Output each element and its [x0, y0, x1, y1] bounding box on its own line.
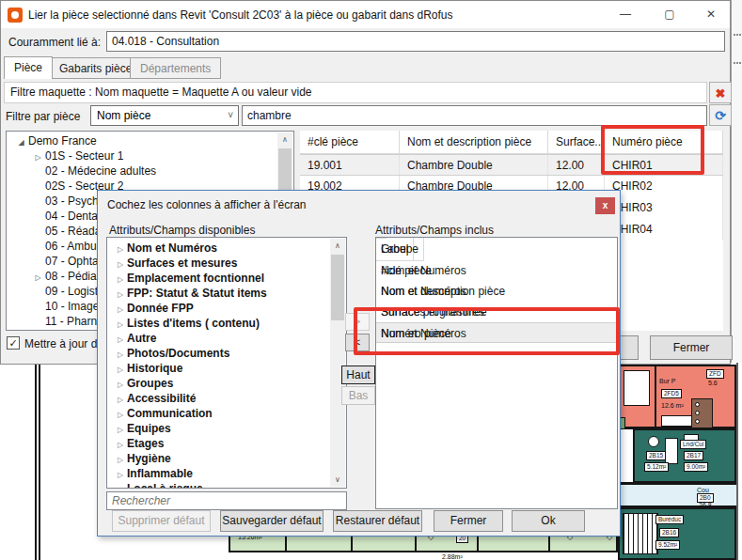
fermer-dialog-button[interactable]: Fermer — [434, 510, 503, 532]
clear-filter-button[interactable]: ✖ — [709, 82, 732, 103]
columns-chooser-dialog: Cochez les colonnes à afficher à l'écran… — [97, 190, 621, 537]
update-checkbox[interactable]: ✓ — [7, 336, 20, 350]
dropdown-value: Nom pièce — [97, 109, 150, 122]
included-fields-table: Label Groupe #clé pièce Nom et Numéros N… — [375, 237, 618, 509]
floorplan-salmon-rooms: Bur P 2FD5 12.6 m² ZFD 5.6 — [618, 365, 736, 428]
room-tag: 2FD5 — [661, 389, 682, 398]
floorplan-teal-rooms-upper: Lnd/Cui 2B17 9.00m² 2B15 5.12m² — [633, 428, 736, 483]
list-item[interactable]: ▷Hygiène — [107, 451, 346, 466]
tree-item[interactable]: ◢Demo France — [7, 133, 293, 148]
floorplan-teal-rooms-lower: Buréduc 2B16 9.52m² — [618, 507, 736, 560]
filter-by-room-label: Filtre par pièce — [6, 110, 80, 123]
room-area-label: 12.6 m² — [661, 402, 684, 410]
list-item[interactable]: ▷Equipes — [107, 421, 346, 436]
room-name-label: Bur P — [659, 378, 676, 385]
col-header-nom-description[interactable]: Nom et description pièce — [400, 131, 548, 153]
refresh-button[interactable]: ⟳ — [709, 104, 732, 126]
list-item[interactable]: ▷Groupes — [107, 376, 346, 391]
included-fields-label: Attributs/Champs inclus — [375, 224, 494, 237]
list-item[interactable]: ▷Donnée FPP — [107, 301, 346, 316]
available-fields-label: Attributs/Champs disponibles — [109, 224, 255, 237]
scroll-up-icon[interactable]: ∧ — [330, 239, 345, 253]
list-item[interactable]: ▷FPP: Statut & Statut items — [107, 286, 346, 301]
floorplan-corridor: Cou 2B0 26.8 — [618, 483, 736, 507]
available-fields-list: ◇▷Nom et Numéros ▷Surfaces et mesures ▷E… — [106, 237, 347, 489]
search-input[interactable] — [106, 491, 347, 510]
fermer-button[interactable]: Fermer — [650, 335, 733, 360]
tree-expanded-icon[interactable]: ◢ — [14, 135, 28, 150]
window-title: Lier la pièce selectionné dans Revit 'Co… — [28, 8, 453, 22]
supprimer-defaut-button[interactable]: Supprimer défaut — [112, 510, 211, 532]
table-row[interactable]: Nom et description pièce Nom et Numéros — [376, 281, 617, 302]
list-item[interactable]: ▷Surfaces et mesures — [107, 256, 346, 271]
tab-departements[interactable]: Départements — [130, 57, 221, 79]
room-area-label: 2.88m² — [442, 553, 463, 560]
room-name-label: Lnd/Cui — [680, 440, 706, 449]
maximize-button[interactable]: ▢ — [652, 1, 687, 28]
room-area-label: 9.00m² — [684, 462, 708, 472]
currently-linked-label: Couramment lié à: — [8, 36, 101, 49]
floorplan-brown-room — [691, 398, 713, 428]
annotation-numero-piece-row — [354, 307, 620, 355]
room-tag: ZFD — [706, 369, 724, 379]
restaurer-defaut-button[interactable]: Restaurer défaut — [333, 510, 422, 532]
list-item[interactable]: ▷Etages — [107, 436, 346, 451]
list-item[interactable]: ▷Listes d'items ( contenu) — [107, 316, 346, 331]
clear-filter-icon: ✖ — [716, 86, 726, 101]
list-item[interactable]: ◇▷Nom et Numéros — [107, 241, 346, 256]
wall-line — [35, 365, 40, 560]
list-item[interactable]: ▷Historique — [107, 361, 346, 376]
ok-button[interactable]: Ok — [512, 510, 585, 532]
room-area-label: 5.12m² — [644, 462, 669, 472]
tree-item[interactable]: ▷01S - Secteur 1 — [7, 148, 293, 163]
list-item[interactable]: ▷Communication — [107, 406, 346, 421]
list-item[interactable]: ▷Photos/Documents — [107, 346, 346, 361]
room-name-label: Buréduc — [655, 515, 684, 524]
list-item[interactable]: ▷Emplacement focntionnel — [107, 271, 346, 286]
scrollbar-thumb[interactable] — [331, 255, 344, 320]
move-up-button[interactable]: Haut — [341, 366, 375, 384]
update-checkbox-label: Mettre à jour d — [24, 337, 97, 350]
room-area-label: 9.52m² — [655, 540, 680, 550]
chevron-down-icon: ˅ — [228, 106, 233, 125]
move-down-button[interactable]: Bas — [341, 386, 375, 405]
stairs — [623, 513, 658, 554]
checkmark-icon: ✓ — [8, 337, 17, 349]
list-item[interactable]: ▷Inflammable — [107, 466, 346, 481]
view-edge — [736, 363, 738, 560]
list-item[interactable]: ▷Autre — [107, 331, 346, 346]
annotation-numero-piece-column — [601, 125, 704, 175]
scroll-down-icon[interactable]: ∨ — [330, 473, 345, 487]
col-header-surface[interactable]: Surface... — [548, 131, 605, 153]
list-scrollbar[interactable]: ∧ ∨ — [330, 239, 345, 487]
dialog-title: Cochez les colonnes à afficher à l'écran — [107, 198, 307, 211]
col-header-groupe[interactable]: Groupe — [376, 238, 424, 261]
model-filter-banner: Filtre maquette : Nom maquette = Maquett… — [4, 82, 707, 103]
col-header-cle-piece[interactable]: #clé pièce — [300, 131, 400, 153]
screen: 15.26m² 20 ◇ ◇ ◇ 2.88m² Bur P 2FD5 12.6 … — [0, 0, 742, 560]
background-strip — [731, 0, 742, 363]
tree-item[interactable]: 02 - Médecine adultes — [7, 163, 293, 179]
scroll-up-icon[interactable]: ∧ — [277, 132, 292, 147]
room-tag: 2B16 — [659, 528, 679, 537]
room-tag: 2B17 — [684, 451, 703, 460]
currently-linked-field[interactable] — [106, 31, 725, 52]
refresh-icon: ⟳ — [715, 108, 726, 123]
room-filter-input[interactable] — [242, 105, 707, 126]
room-tag: 2B15 — [646, 451, 666, 460]
tab-gabarits-piece[interactable]: Gabarits pièce — [49, 57, 142, 79]
list-item[interactable]: ▷Local à risque — [107, 481, 346, 489]
minimize-button[interactable]: — — [608, 1, 643, 28]
room-area-label: 5.6 — [708, 380, 718, 387]
search-box — [106, 491, 347, 510]
dialog-close-button[interactable]: x — [595, 197, 615, 214]
close-button[interactable]: ✕ — [693, 1, 729, 28]
drofus-app-icon — [8, 8, 23, 23]
sauvegarder-defaut-button[interactable]: Sauvegarder défaut — [220, 510, 324, 532]
tab-piece[interactable]: Pièce — [4, 56, 53, 79]
included-table-header: Label Groupe — [376, 238, 617, 260]
list-item[interactable]: ▷Accessibilité — [107, 391, 346, 406]
table-row[interactable]: #clé pièce Nom et Numéros — [376, 260, 617, 281]
filter-field-dropdown[interactable]: Nom pièce ˅ — [90, 105, 239, 126]
